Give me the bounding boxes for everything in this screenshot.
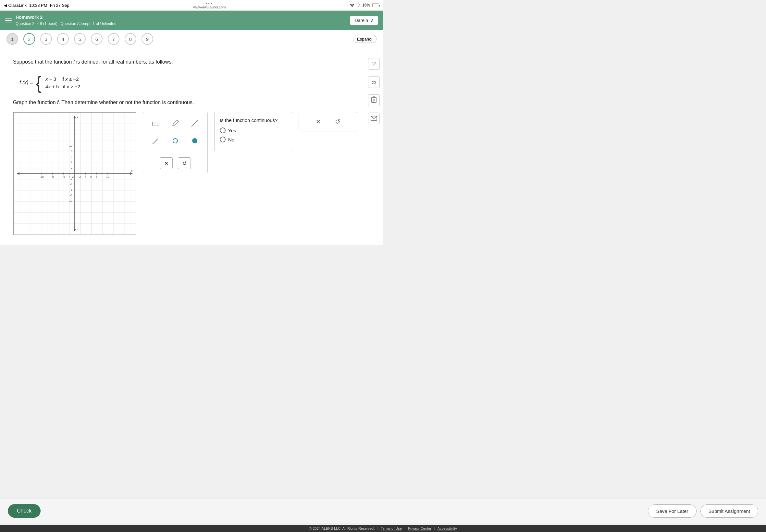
svg-text:4: 4: [85, 175, 86, 178]
graph-svg[interactable]: y x -10 -8 -6 -4 -2 2 4 6 8 10 4 6 8: [14, 113, 136, 235]
classlink-label[interactable]: ◀ ClassLink: [4, 3, 27, 8]
help-button[interactable]: ?: [368, 58, 380, 70]
clipboard-button[interactable]: [368, 94, 380, 106]
continuous-panel: Is the function continuous? Yes No: [214, 112, 292, 151]
svg-text:-6: -6: [62, 175, 65, 178]
action-clear-icon: ✕: [315, 118, 321, 126]
question-nav-4[interactable]: 4: [57, 33, 69, 45]
svg-text:-8: -8: [51, 175, 54, 178]
formula-case-1: x − 3 if x ≤ −2: [45, 76, 80, 82]
clear-graph-button[interactable]: ✕: [160, 157, 173, 169]
tools-row-1: [147, 116, 203, 130]
svg-text:2: 2: [71, 166, 72, 169]
question-nav-6[interactable]: 6: [91, 33, 103, 45]
question-nav-9[interactable]: 9: [141, 33, 153, 45]
graph-container[interactable]: y x -10 -8 -6 -4 -2 2 4 6 8 10 4 6 8: [13, 112, 136, 235]
formula-case-2: 4x + 5 if x > −2: [45, 84, 80, 89]
yes-option[interactable]: Yes: [220, 127, 286, 133]
question-nav-8[interactable]: 8: [125, 33, 136, 45]
question-mark-icon: ?: [372, 60, 375, 68]
mail-button[interactable]: [368, 113, 380, 124]
ray-tool[interactable]: [149, 134, 163, 148]
battery-pct: 16%: [362, 3, 370, 7]
svg-text:-10: -10: [68, 199, 72, 202]
open-circle-tool[interactable]: [168, 134, 182, 148]
action-undo-icon: ↺: [335, 118, 340, 126]
svg-text:-6: -6: [70, 188, 72, 191]
continuous-question: Is the function continuous?: [220, 117, 286, 123]
line-tool[interactable]: [188, 116, 202, 130]
yes-label: Yes: [228, 128, 236, 133]
svg-point-50: [192, 139, 197, 143]
status-left: ◀ ClassLink 10:33 PM Fri 27 Sep: [4, 3, 69, 8]
battery-icon: [372, 4, 379, 7]
wifi-icon: [349, 3, 355, 8]
menu-button[interactable]: [5, 18, 12, 22]
formula-cases: x − 3 if x ≤ −2 4x + 5 if x > −2: [45, 76, 80, 89]
status-right: ☽ 16%: [349, 3, 379, 8]
question-nav-7[interactable]: 7: [108, 33, 119, 45]
clipboard-icon: [371, 96, 377, 104]
question-nav-1[interactable]: 1: [6, 33, 18, 45]
user-name: Darein: [355, 18, 368, 23]
mail-icon: [371, 115, 377, 122]
svg-text:10: 10: [106, 175, 109, 178]
svg-text:4: 4: [71, 161, 72, 164]
action-panel: ✕ ↺: [298, 112, 357, 131]
svg-text:-4: -4: [70, 183, 72, 186]
svg-text:x: x: [131, 169, 133, 173]
espanol-button[interactable]: Español: [353, 35, 376, 43]
main-content: Suppose that the function f is defined, …: [0, 48, 383, 245]
svg-text:10: 10: [69, 144, 72, 147]
question-nav-3[interactable]: 3: [40, 33, 52, 45]
closed-circle-tool[interactable]: [188, 134, 202, 148]
question-nav-5[interactable]: 5: [74, 33, 86, 45]
question-nav-2[interactable]: 2: [23, 33, 35, 45]
action-undo-button[interactable]: ↺: [331, 115, 344, 128]
svg-text:2: 2: [79, 175, 81, 178]
dots-icon: •••: [206, 1, 213, 5]
undo-icon: ↺: [182, 160, 187, 166]
question-subtitle: Question 2 of 9 (1 point) | Question Att…: [16, 21, 116, 27]
header-title: Homework 2 Question 2 of 9 (1 point) | Q…: [16, 14, 116, 27]
header-right: Darein ∨: [350, 16, 378, 25]
svg-text:6: 6: [90, 175, 92, 178]
svg-text:-2: -2: [70, 177, 72, 180]
tools-bottom: ✕ ↺: [147, 156, 203, 169]
brace-icon: {: [35, 74, 42, 92]
pencil-tool[interactable]: [168, 116, 182, 130]
infinity-icon: ∞: [371, 79, 376, 86]
url-label: www-awu.aleks.com: [193, 5, 225, 9]
svg-text:6: 6: [71, 155, 72, 159]
action-clear-button[interactable]: ✕: [311, 115, 324, 128]
homework-title: Homework 2: [16, 14, 116, 21]
graph-instruction: Graph the function f. Then determine whe…: [13, 100, 370, 105]
svg-text:8: 8: [71, 150, 72, 153]
svg-text:-8: -8: [70, 194, 72, 197]
tools-row-2: [147, 134, 203, 148]
no-label: No: [228, 137, 234, 142]
problem-intro: Suppose that the function f is defined, …: [13, 58, 370, 66]
interactive-area: y x -10 -8 -6 -4 -2 2 4 6 8 10 4 6 8: [13, 112, 370, 235]
undo-graph-button[interactable]: ↺: [178, 157, 191, 169]
yes-radio[interactable]: [220, 127, 225, 133]
chevron-down-icon: ∨: [370, 18, 373, 23]
date-label: Fri 27 Sep: [50, 3, 69, 8]
user-button[interactable]: Darein ∨: [350, 16, 378, 25]
no-radio[interactable]: [220, 137, 225, 142]
tools-panel: ✕ ↺: [143, 112, 208, 173]
eraser-tool[interactable]: [149, 116, 163, 130]
svg-text:-10: -10: [40, 175, 44, 178]
header-left: Homework 2 Question 2 of 9 (1 point) | Q…: [5, 14, 116, 27]
no-option[interactable]: No: [220, 137, 286, 142]
formula-block: f (x) = { x − 3 if x ≤ −2 4x + 5 if x > …: [19, 74, 370, 92]
time-label: 10:33 PM: [29, 3, 47, 8]
question-nav: 1 2 3 4 5 6 7 8 9 Español: [0, 30, 383, 48]
infinity-button[interactable]: ∞: [368, 76, 380, 88]
moon-icon: ☽: [357, 3, 360, 7]
header: Homework 2 Question 2 of 9 (1 point) | Q…: [0, 11, 383, 30]
clear-icon: ✕: [164, 160, 168, 166]
status-bar: ◀ ClassLink 10:33 PM Fri 27 Sep ••• www-…: [0, 0, 383, 11]
svg-text:y: y: [77, 115, 79, 118]
tools-divider: [147, 152, 203, 152]
